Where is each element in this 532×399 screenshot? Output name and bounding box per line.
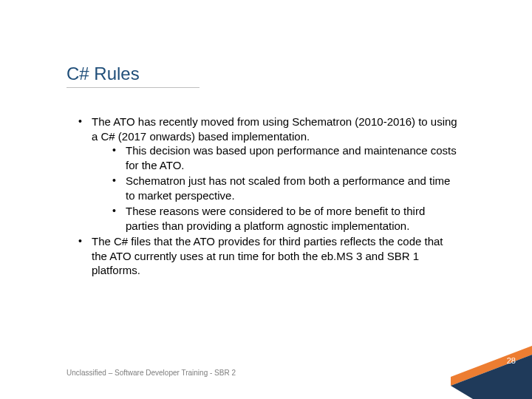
page-number: 28 (507, 356, 516, 365)
bullet-item: The C# files that the ATO provides for t… (74, 234, 458, 278)
sub-bullet-item: These reasons were considered to be of m… (108, 204, 458, 233)
corner-graphic (451, 332, 532, 399)
sub-bullet-item: Schematron just has not scaled from both… (108, 174, 458, 202)
slide-body: The ATO has recently moved from using Sc… (74, 115, 458, 279)
footer-text: Unclassified – Software Developer Traini… (66, 369, 236, 377)
bullet-text: This decision was based upon performance… (126, 144, 457, 171)
slide-title: C# Rules (66, 64, 200, 84)
title-underline (66, 87, 200, 88)
bullet-text: Schematron just has not scaled from both… (126, 174, 450, 202)
bullet-text: These reasons were considered to be of m… (126, 205, 425, 232)
navy-triangle (451, 355, 532, 399)
bullet-text: The C# files that the ATO provides for t… (92, 235, 443, 276)
bullet-text: The ATO has recently moved from using Sc… (92, 115, 457, 143)
slide: C# Rules The ATO has recently moved from… (0, 0, 532, 399)
title-block: C# Rules (66, 64, 200, 88)
orange-stripe (451, 346, 532, 386)
bullet-item: The ATO has recently moved from using Sc… (74, 115, 458, 233)
sub-bullet-item: This decision was based upon performance… (108, 143, 458, 172)
